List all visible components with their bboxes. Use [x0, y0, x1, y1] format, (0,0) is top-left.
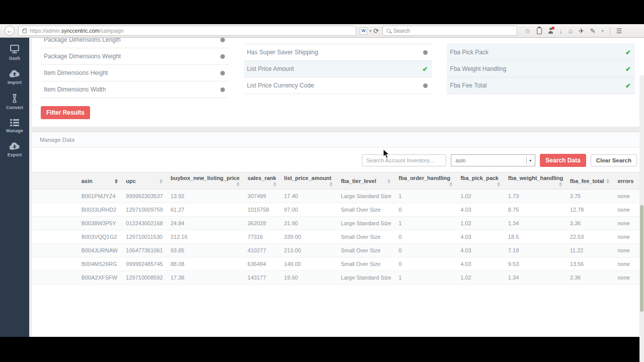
filter-item[interactable]: Fba Pick Pack✔ — [447, 44, 635, 61]
cell-asin: B003VQQ1G2 — [77, 230, 122, 244]
table-row[interactable]: B0038W3P5Y01324300216824.8436202831.90La… — [32, 217, 644, 230]
filter-item[interactable]: Package Dimensions Length — [41, 38, 229, 48]
column-header-label: buybox_new_listing_price — [171, 175, 240, 181]
sidebar-item-import[interactable]: Import — [8, 69, 22, 85]
back-button[interactable]: ← — [5, 26, 15, 36]
cell-list_price_amount: 339.00 — [280, 230, 337, 244]
list-icon — [10, 119, 20, 127]
column-header-fba_pick_pack[interactable]: fba_pick_pack — [456, 172, 504, 190]
cell-blank — [32, 217, 77, 230]
filter-item-label: Has Super Saver Shipping — [247, 49, 318, 56]
column-header-upc[interactable]: upc — [122, 172, 167, 190]
url-bar[interactable]: https://admin.synccentric.com/campaign — [18, 26, 356, 36]
bookmark-star-icon[interactable]: ☆ — [525, 28, 531, 34]
filter-item[interactable]: Has Super Saver Shipping — [244, 44, 432, 61]
cell-asin: B001PMJYZ4 — [77, 190, 122, 203]
browser-search-bar[interactable]: Search — [382, 26, 517, 36]
table-row[interactable]: B0033URHD212971000975961.27101575897.00S… — [32, 203, 644, 217]
cell-fba_order_handling: 0 — [394, 244, 456, 257]
filter-item[interactable]: Package Dimensions Weight — [41, 48, 229, 65]
table-row[interactable]: B004MS26RG99999248574588.08636494149.00S… — [32, 257, 644, 271]
table-row[interactable]: B00A2XFSFW12971000859217.3814317719.50La… — [32, 271, 644, 285]
table-row[interactable]: B004JURNAW10647736106193.85410277213.00S… — [32, 244, 644, 257]
table-toolbar: asin ▼ Search Data Clear Search — [32, 147, 644, 172]
edit-icon[interactable]: ✎ — [590, 28, 596, 34]
cell-fba_pick_pack: 1.02 — [456, 190, 504, 203]
cell-asin: B0038W3P5Y — [77, 217, 122, 230]
column-header-list_price_amount[interactable]: list_price_amount — [280, 172, 337, 190]
check-icon: ✔ — [625, 49, 631, 56]
sort-icon — [273, 182, 276, 187]
cell-sales_rank: 77316 — [244, 230, 280, 244]
page-action-icon[interactable]: W — [360, 27, 367, 35]
clipboard-icon[interactable] — [537, 28, 542, 34]
cell-fba_pick_pack: 4.03 — [456, 244, 504, 257]
profile-icon[interactable] — [548, 28, 553, 34]
manage-data-panel: Manage Data asin ▼ Search Data Clear Sea… — [32, 132, 644, 337]
search-data-button[interactable]: Search Data — [540, 154, 586, 167]
clear-search-button[interactable]: Clear Search — [591, 154, 637, 166]
cell-fba_weight_handling: 18.5 — [504, 230, 566, 244]
sort-icon — [159, 179, 163, 184]
cell-sales_rank: 636494 — [244, 257, 280, 271]
cell-fba_pick_pack: 1.02 — [456, 271, 504, 285]
sidebar-item-export[interactable]: Export — [8, 142, 22, 157]
column-header-fba_weight_handling[interactable]: fba_weight_handling — [504, 172, 566, 190]
cell-blank — [32, 190, 77, 203]
filter-item[interactable]: Fba Weight Handling✔ — [447, 61, 635, 77]
column-header-blank — [32, 172, 77, 190]
scrollbar-thumb[interactable] — [640, 205, 643, 312]
sidebar-item-dash[interactable]: Dash — [9, 44, 20, 61]
filter-column-fba: Fba Pick Pack✔Fba Weight Handling✔Fba Fe… — [447, 38, 635, 98]
cell-fba_tier_level: Large Standard Size — [337, 190, 394, 203]
field-select[interactable]: asin ▼ — [451, 154, 535, 166]
filter-item[interactable]: Item Dimensions Width — [41, 81, 229, 98]
cell-list_price_amount: 213.00 — [280, 244, 337, 257]
filter-item[interactable]: Item Dimensions Height — [41, 65, 229, 81]
column-header-fba_order_handling[interactable]: fba_order_handling — [394, 172, 456, 190]
cell-asin: B0033URHD2 — [77, 203, 122, 217]
page-scrollbar[interactable] — [639, 75, 644, 362]
reload-icon[interactable]: ⟳ — [373, 27, 379, 35]
column-header-label: asin — [82, 178, 93, 184]
dot-icon — [220, 38, 225, 42]
sidebar-item-convert[interactable]: Convert — [6, 94, 23, 110]
chevron-down-icon[interactable]: ▾ — [369, 29, 371, 33]
cell-fba_order_handling: 0 — [394, 257, 456, 271]
column-header-fba_tier_level[interactable]: fba_tier_level — [337, 172, 394, 190]
sidebar-item-label: Dash — [9, 56, 20, 61]
cell-fba_fee_total: 22.53 — [566, 230, 614, 244]
column-header-label: upc — [126, 178, 136, 184]
account-inventory-search-input[interactable] — [362, 154, 446, 166]
panel-title: Manage Data — [40, 137, 74, 143]
filter-item[interactable]: List Price Currency Code — [244, 77, 432, 94]
filter-item-label: List Price Amount — [247, 65, 294, 72]
cell-blank — [32, 244, 77, 257]
cell-upc: 129710008592 — [122, 271, 167, 285]
filter-column-pricing: Has Super Saver ShippingList Price Amoun… — [244, 38, 432, 98]
sidebar-item-manage[interactable]: Manage — [6, 119, 23, 133]
column-header-fba_fee_total[interactable]: fba_fee_total — [566, 172, 614, 190]
chevron-down-icon[interactable]: ▾ — [602, 29, 604, 33]
filter-item[interactable]: Fba Fee Total✔ — [447, 77, 635, 94]
sidebar-item-label: Convert — [6, 105, 23, 110]
table-row[interactable]: B003VQQ1G2129710011530212.1677316339.00S… — [32, 230, 644, 244]
column-header-sales_rank[interactable]: sales_rank — [244, 172, 280, 190]
home-icon[interactable]: ⌂ — [569, 28, 573, 34]
table-row[interactable]: B001PMJYZ499999230353713.9230749917.40La… — [32, 190, 644, 203]
cell-list_price_amount: 97.00 — [280, 203, 337, 217]
column-header-buybox_new_listing_price[interactable]: buybox_new_listing_price — [167, 172, 244, 190]
flask-icon — [10, 94, 20, 104]
filter-item[interactable]: List Price Amount✔ — [244, 61, 432, 77]
send-icon[interactable]: ✈ — [579, 28, 584, 34]
filter-results-button[interactable]: Filter Results — [41, 106, 90, 119]
cell-fba_weight_handling: 9.53 — [504, 257, 566, 271]
downloads-icon[interactable]: ↓ — [559, 28, 563, 34]
chevron-down-icon: ▼ — [526, 156, 534, 164]
cell-list_price_amount: 31.90 — [280, 217, 337, 230]
browser-toolbar: ← https://admin.synccentric.com/campaign… — [0, 24, 644, 38]
dot-icon — [220, 54, 225, 59]
column-header-asin[interactable]: asin — [77, 172, 122, 190]
cell-buybox_new_listing_price: 93.85 — [167, 244, 244, 257]
menu-icon[interactable]: ☰ — [616, 28, 622, 34]
